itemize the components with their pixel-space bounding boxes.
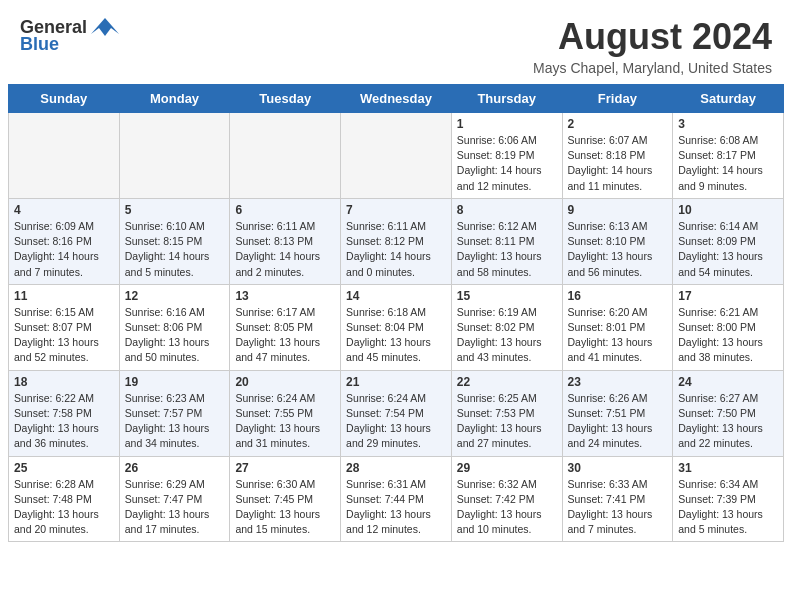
calendar-week-row: 1Sunrise: 6:06 AM Sunset: 8:19 PM Daylig…	[9, 113, 784, 199]
day-info: Sunrise: 6:27 AM Sunset: 7:50 PM Dayligh…	[678, 391, 778, 452]
calendar-week-row: 11Sunrise: 6:15 AM Sunset: 8:07 PM Dayli…	[9, 284, 784, 370]
day-info: Sunrise: 6:25 AM Sunset: 7:53 PM Dayligh…	[457, 391, 557, 452]
col-wednesday: Wednesday	[341, 85, 452, 113]
day-number: 5	[125, 203, 225, 217]
day-number: 3	[678, 117, 778, 131]
day-number: 6	[235, 203, 335, 217]
day-number: 31	[678, 461, 778, 475]
day-info: Sunrise: 6:32 AM Sunset: 7:42 PM Dayligh…	[457, 477, 557, 538]
table-row: 11Sunrise: 6:15 AM Sunset: 8:07 PM Dayli…	[9, 284, 120, 370]
month-year-title: August 2024	[533, 16, 772, 58]
table-row: 15Sunrise: 6:19 AM Sunset: 8:02 PM Dayli…	[451, 284, 562, 370]
calendar-header: Sunday Monday Tuesday Wednesday Thursday…	[9, 85, 784, 113]
day-info: Sunrise: 6:19 AM Sunset: 8:02 PM Dayligh…	[457, 305, 557, 366]
day-number: 27	[235, 461, 335, 475]
page-header: General Blue August 2024 Mays Chapel, Ma…	[0, 0, 792, 84]
title-section: August 2024 Mays Chapel, Maryland, Unite…	[533, 16, 772, 76]
day-number: 9	[568, 203, 668, 217]
day-number: 1	[457, 117, 557, 131]
col-saturday: Saturday	[673, 85, 784, 113]
day-info: Sunrise: 6:29 AM Sunset: 7:47 PM Dayligh…	[125, 477, 225, 538]
logo-blue-text: Blue	[20, 34, 59, 55]
table-row: 13Sunrise: 6:17 AM Sunset: 8:05 PM Dayli…	[230, 284, 341, 370]
day-info: Sunrise: 6:13 AM Sunset: 8:10 PM Dayligh…	[568, 219, 668, 280]
calendar-week-row: 25Sunrise: 6:28 AM Sunset: 7:48 PM Dayli…	[9, 456, 784, 542]
day-number: 11	[14, 289, 114, 303]
table-row: 6Sunrise: 6:11 AM Sunset: 8:13 PM Daylig…	[230, 198, 341, 284]
day-info: Sunrise: 6:31 AM Sunset: 7:44 PM Dayligh…	[346, 477, 446, 538]
day-number: 26	[125, 461, 225, 475]
day-info: Sunrise: 6:18 AM Sunset: 8:04 PM Dayligh…	[346, 305, 446, 366]
day-number: 15	[457, 289, 557, 303]
day-number: 20	[235, 375, 335, 389]
table-row: 14Sunrise: 6:18 AM Sunset: 8:04 PM Dayli…	[341, 284, 452, 370]
table-row: 12Sunrise: 6:16 AM Sunset: 8:06 PM Dayli…	[119, 284, 230, 370]
table-row: 22Sunrise: 6:25 AM Sunset: 7:53 PM Dayli…	[451, 370, 562, 456]
day-info: Sunrise: 6:11 AM Sunset: 8:13 PM Dayligh…	[235, 219, 335, 280]
table-row	[9, 113, 120, 199]
day-info: Sunrise: 6:12 AM Sunset: 8:11 PM Dayligh…	[457, 219, 557, 280]
day-number: 8	[457, 203, 557, 217]
col-friday: Friday	[562, 85, 673, 113]
day-number: 17	[678, 289, 778, 303]
day-info: Sunrise: 6:33 AM Sunset: 7:41 PM Dayligh…	[568, 477, 668, 538]
day-number: 2	[568, 117, 668, 131]
day-number: 18	[14, 375, 114, 389]
header-row: Sunday Monday Tuesday Wednesday Thursday…	[9, 85, 784, 113]
table-row: 2Sunrise: 6:07 AM Sunset: 8:18 PM Daylig…	[562, 113, 673, 199]
day-info: Sunrise: 6:21 AM Sunset: 8:00 PM Dayligh…	[678, 305, 778, 366]
day-number: 12	[125, 289, 225, 303]
table-row: 18Sunrise: 6:22 AM Sunset: 7:58 PM Dayli…	[9, 370, 120, 456]
table-row: 1Sunrise: 6:06 AM Sunset: 8:19 PM Daylig…	[451, 113, 562, 199]
table-row	[230, 113, 341, 199]
day-number: 4	[14, 203, 114, 217]
day-info: Sunrise: 6:24 AM Sunset: 7:55 PM Dayligh…	[235, 391, 335, 452]
day-number: 19	[125, 375, 225, 389]
calendar-table: Sunday Monday Tuesday Wednesday Thursday…	[8, 84, 784, 542]
col-monday: Monday	[119, 85, 230, 113]
table-row: 30Sunrise: 6:33 AM Sunset: 7:41 PM Dayli…	[562, 456, 673, 542]
table-row: 27Sunrise: 6:30 AM Sunset: 7:45 PM Dayli…	[230, 456, 341, 542]
table-row: 23Sunrise: 6:26 AM Sunset: 7:51 PM Dayli…	[562, 370, 673, 456]
table-row: 17Sunrise: 6:21 AM Sunset: 8:00 PM Dayli…	[673, 284, 784, 370]
table-row: 5Sunrise: 6:10 AM Sunset: 8:15 PM Daylig…	[119, 198, 230, 284]
calendar-wrapper: Sunday Monday Tuesday Wednesday Thursday…	[0, 84, 792, 550]
day-info: Sunrise: 6:22 AM Sunset: 7:58 PM Dayligh…	[14, 391, 114, 452]
table-row: 19Sunrise: 6:23 AM Sunset: 7:57 PM Dayli…	[119, 370, 230, 456]
calendar-week-row: 18Sunrise: 6:22 AM Sunset: 7:58 PM Dayli…	[9, 370, 784, 456]
table-row: 29Sunrise: 6:32 AM Sunset: 7:42 PM Dayli…	[451, 456, 562, 542]
table-row: 3Sunrise: 6:08 AM Sunset: 8:17 PM Daylig…	[673, 113, 784, 199]
table-row	[341, 113, 452, 199]
day-number: 24	[678, 375, 778, 389]
col-sunday: Sunday	[9, 85, 120, 113]
day-number: 21	[346, 375, 446, 389]
day-info: Sunrise: 6:06 AM Sunset: 8:19 PM Dayligh…	[457, 133, 557, 194]
day-number: 10	[678, 203, 778, 217]
table-row: 4Sunrise: 6:09 AM Sunset: 8:16 PM Daylig…	[9, 198, 120, 284]
day-info: Sunrise: 6:34 AM Sunset: 7:39 PM Dayligh…	[678, 477, 778, 538]
table-row: 9Sunrise: 6:13 AM Sunset: 8:10 PM Daylig…	[562, 198, 673, 284]
day-info: Sunrise: 6:14 AM Sunset: 8:09 PM Dayligh…	[678, 219, 778, 280]
day-number: 16	[568, 289, 668, 303]
calendar-week-row: 4Sunrise: 6:09 AM Sunset: 8:16 PM Daylig…	[9, 198, 784, 284]
day-number: 30	[568, 461, 668, 475]
day-number: 13	[235, 289, 335, 303]
day-number: 28	[346, 461, 446, 475]
day-info: Sunrise: 6:09 AM Sunset: 8:16 PM Dayligh…	[14, 219, 114, 280]
day-info: Sunrise: 6:15 AM Sunset: 8:07 PM Dayligh…	[14, 305, 114, 366]
day-info: Sunrise: 6:30 AM Sunset: 7:45 PM Dayligh…	[235, 477, 335, 538]
table-row: 16Sunrise: 6:20 AM Sunset: 8:01 PM Dayli…	[562, 284, 673, 370]
day-info: Sunrise: 6:10 AM Sunset: 8:15 PM Dayligh…	[125, 219, 225, 280]
table-row: 8Sunrise: 6:12 AM Sunset: 8:11 PM Daylig…	[451, 198, 562, 284]
table-row: 10Sunrise: 6:14 AM Sunset: 8:09 PM Dayli…	[673, 198, 784, 284]
table-row: 25Sunrise: 6:28 AM Sunset: 7:48 PM Dayli…	[9, 456, 120, 542]
day-info: Sunrise: 6:24 AM Sunset: 7:54 PM Dayligh…	[346, 391, 446, 452]
day-info: Sunrise: 6:07 AM Sunset: 8:18 PM Dayligh…	[568, 133, 668, 194]
day-info: Sunrise: 6:08 AM Sunset: 8:17 PM Dayligh…	[678, 133, 778, 194]
table-row: 31Sunrise: 6:34 AM Sunset: 7:39 PM Dayli…	[673, 456, 784, 542]
calendar-body: 1Sunrise: 6:06 AM Sunset: 8:19 PM Daylig…	[9, 113, 784, 542]
table-row: 28Sunrise: 6:31 AM Sunset: 7:44 PM Dayli…	[341, 456, 452, 542]
day-number: 23	[568, 375, 668, 389]
logo: General Blue	[20, 16, 119, 55]
day-number: 14	[346, 289, 446, 303]
